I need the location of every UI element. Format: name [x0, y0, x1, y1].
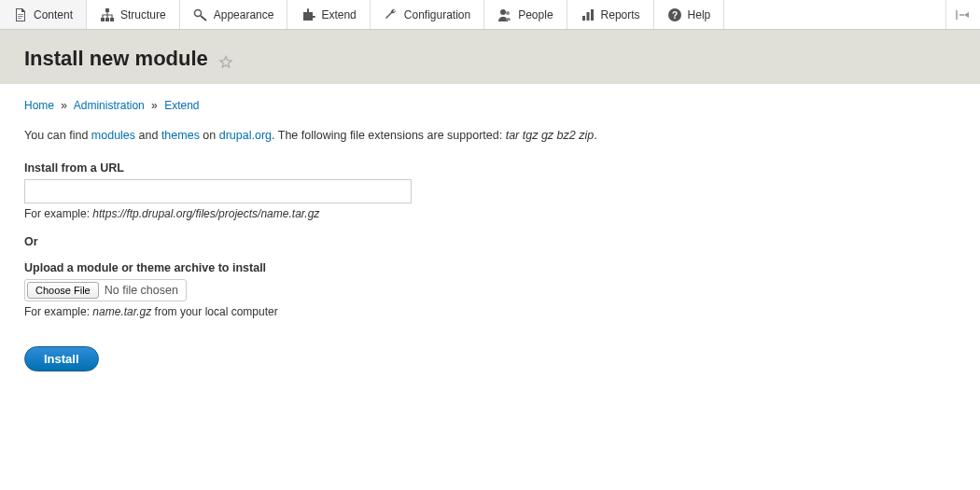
toolbar-label: Appearance	[214, 8, 274, 21]
svg-rect-7	[582, 16, 585, 21]
content-icon	[13, 7, 28, 22]
toolbar-label: People	[518, 8, 553, 21]
supported-extensions: tar tgz gz bz2 zip	[506, 129, 595, 142]
upload-field-label: Upload a module or theme archive to inst…	[24, 261, 956, 274]
toolbar-item-people[interactable]: People	[484, 0, 567, 29]
svg-rect-3	[110, 18, 114, 21]
extend-icon	[301, 7, 315, 22]
svg-point-4	[194, 9, 201, 16]
install-button[interactable]: Install	[24, 346, 99, 371]
choose-file-button[interactable]: Choose File	[27, 282, 99, 299]
url-help-text: For example: https://ftp.drupal.org/file…	[24, 207, 956, 220]
svg-rect-9	[591, 9, 594, 21]
breadcrumb-extend[interactable]: Extend	[164, 99, 199, 112]
file-input-wrapper[interactable]: Choose File No file chosen	[24, 279, 187, 301]
toolbar-item-extend[interactable]: Extend	[287, 0, 370, 29]
help-icon: ?	[667, 7, 682, 22]
breadcrumb: Home » Administration » Extend	[24, 99, 956, 112]
file-status-text: No file chosen	[105, 284, 178, 297]
people-icon	[497, 7, 512, 22]
configuration-icon	[384, 7, 399, 22]
toolbar-spacer	[724, 0, 945, 29]
toolbar-collapse[interactable]	[945, 0, 980, 29]
content-region: Home » Administration » Extend You can f…	[0, 84, 980, 386]
toolbar-item-configuration[interactable]: Configuration	[371, 0, 484, 29]
collapse-icon	[956, 9, 971, 21]
toolbar-label: Structure	[120, 8, 166, 21]
toolbar-item-structure[interactable]: Structure	[87, 0, 180, 29]
url-field-label: Install from a URL	[24, 161, 956, 175]
svg-rect-8	[586, 12, 589, 21]
toolbar-label: Configuration	[404, 8, 470, 21]
reports-icon	[581, 7, 595, 22]
admin-toolbar: Content Structure Appearance Extend Conf…	[0, 0, 980, 30]
toolbar-label: Help	[688, 8, 711, 21]
svg-text:?: ?	[672, 10, 678, 21]
toolbar-label: Extend	[321, 8, 356, 21]
page-title: Install new module	[24, 47, 208, 71]
breadcrumb-sep: »	[61, 99, 67, 112]
toolbar-item-content[interactable]: Content	[0, 0, 87, 29]
breadcrumb-sep: »	[151, 99, 158, 112]
breadcrumb-home[interactable]: Home	[24, 99, 54, 112]
svg-point-6	[506, 11, 510, 15]
title-bar: Install new module	[0, 30, 980, 84]
themes-link[interactable]: themes	[161, 129, 200, 142]
svg-point-5	[500, 9, 506, 15]
or-separator: Or	[24, 235, 956, 248]
modules-link[interactable]: modules	[91, 129, 135, 142]
drupal-link[interactable]: drupal.org	[219, 129, 272, 142]
favorite-star-icon[interactable]	[218, 55, 233, 70]
toolbar-label: Content	[34, 8, 73, 21]
intro-text: You can find modules and themes on drupa…	[24, 127, 956, 145]
svg-rect-2	[105, 18, 109, 21]
structure-icon	[100, 7, 115, 22]
toolbar-item-help[interactable]: ? Help	[654, 0, 725, 29]
install-url-input[interactable]	[24, 179, 412, 203]
upload-help-text: For example: name.tar.gz from your local…	[24, 305, 956, 318]
toolbar-label: Reports	[601, 8, 640, 21]
svg-rect-0	[105, 8, 109, 12]
appearance-icon	[193, 7, 208, 22]
breadcrumb-admin[interactable]: Administration	[74, 99, 145, 112]
toolbar-item-appearance[interactable]: Appearance	[180, 0, 288, 29]
svg-rect-1	[101, 18, 105, 21]
toolbar-item-reports[interactable]: Reports	[567, 0, 654, 29]
